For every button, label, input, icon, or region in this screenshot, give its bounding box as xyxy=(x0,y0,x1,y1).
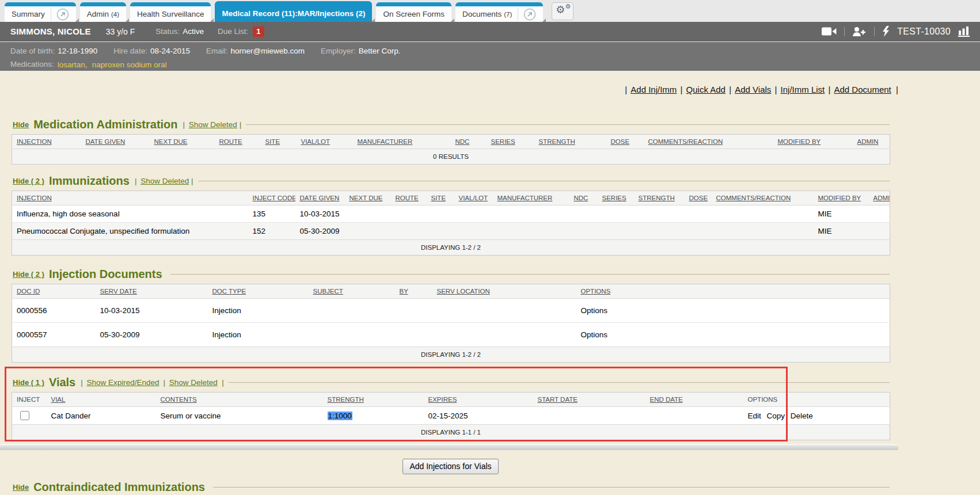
dob-value: 12-18-1990 xyxy=(58,47,97,55)
column-header[interactable]: SERV DATE xyxy=(96,284,208,299)
tab-on-screen-forms[interactable]: On Screen Forms xyxy=(376,2,451,22)
delete-link[interactable]: Delete xyxy=(791,412,813,420)
options-link[interactable]: Options xyxy=(576,299,890,323)
bar-chart-icon[interactable] xyxy=(958,26,970,37)
column-header[interactable]: SERIES xyxy=(487,135,534,149)
column-header[interactable]: SUBJECT xyxy=(309,284,395,299)
hide-vials-link[interactable]: Hide ( 1 ) xyxy=(13,378,44,387)
column-header[interactable]: ADMIN xyxy=(853,135,890,149)
column-header[interactable]: COMMENTS/REACTION xyxy=(712,191,814,205)
video-camera-icon[interactable] xyxy=(822,26,837,36)
column-header[interactable]: NEXT DUE xyxy=(345,191,391,205)
vial-checkbox[interactable] xyxy=(20,411,29,420)
immunization-row[interactable]: Influenza, high dose seasonal 135 10-03-… xyxy=(12,205,890,223)
open-in-new-window-icon[interactable] xyxy=(56,8,69,21)
tab-medical-record[interactable]: Medical Record (11):MAR/Injections (2) xyxy=(215,1,372,22)
tab-summary[interactable]: Summary xyxy=(5,2,76,22)
column-header[interactable]: MANUFACTURER xyxy=(493,191,569,205)
edit-link[interactable]: Edit xyxy=(748,412,761,420)
hide-immunizations-link[interactable]: Hide ( 2 ) xyxy=(13,177,44,185)
column-header[interactable]: SERIES xyxy=(598,191,634,205)
add-document-link[interactable]: Add Document xyxy=(827,85,891,94)
document-row[interactable]: 0000556 10-03-2015 Injection Options xyxy=(12,299,890,323)
cell-serv-date: 10-03-2015 xyxy=(96,299,208,323)
patient-age-sex: 33 y/o F xyxy=(106,27,135,36)
document-row[interactable]: 0000557 05-30-2009 Injection Options xyxy=(12,323,890,347)
table-cell xyxy=(309,299,395,323)
column-header[interactable]: ROUTE xyxy=(391,191,427,205)
column-header[interactable]: ADMIN xyxy=(869,191,890,205)
medication-link[interactable]: naproxen sodium oral xyxy=(92,60,167,69)
column-header[interactable]: END DATE xyxy=(645,393,743,407)
tab-health-surveillance[interactable]: Health Surveillance xyxy=(130,2,211,22)
column-header[interactable]: STRENGTH xyxy=(323,393,424,407)
column-header[interactable]: MODIFIED BY xyxy=(773,135,853,149)
column-header[interactable]: DOSE xyxy=(685,191,712,205)
inj-imm-list-link[interactable]: Inj/Imm List xyxy=(774,85,825,94)
column-header[interactable]: NDC xyxy=(569,191,598,205)
table-cell xyxy=(309,323,395,347)
column-header[interactable]: MANUFACTURER xyxy=(353,135,451,149)
open-in-new-window-icon[interactable] xyxy=(523,8,536,21)
cell-contents: Serum or vaccine xyxy=(156,407,323,425)
column-header[interactable]: START DATE xyxy=(533,393,645,407)
column-header[interactable]: DOSE xyxy=(606,135,644,149)
lightning-bolt-icon[interactable] xyxy=(882,26,890,37)
options-link[interactable]: Options xyxy=(576,323,890,347)
column-header[interactable]: MODIFIED BY xyxy=(814,191,869,205)
column-header[interactable]: DATE GIVEN xyxy=(295,191,345,205)
selected-text: 1:1000 xyxy=(328,412,352,420)
due-list-badge[interactable]: 1 xyxy=(253,26,264,37)
tab-admin-count: (4) xyxy=(111,11,119,18)
table-cell xyxy=(569,205,598,223)
add-injections-for-vials-button[interactable]: Add Injections for Vials xyxy=(402,459,498,474)
column-header[interactable]: NDC xyxy=(451,135,487,149)
column-header[interactable]: SITE xyxy=(261,135,297,149)
hide-medication-administration-link[interactable]: Hide xyxy=(13,120,29,129)
medications-label: Medications: xyxy=(10,60,54,68)
column-header[interactable]: DOC ID xyxy=(12,284,96,299)
show-expired-ended-link[interactable]: Show Expired/Ended xyxy=(79,378,159,387)
show-deleted-link[interactable]: Show Deleted xyxy=(161,378,217,387)
column-header[interactable]: INJECTION xyxy=(12,191,248,205)
column-header[interactable]: ROUTE xyxy=(215,135,261,149)
column-header[interactable]: OPTIONS xyxy=(576,284,890,299)
vial-row[interactable]: Cat Dander Serum or vaccine 1:1000 02-15… xyxy=(12,407,890,425)
column-header[interactable]: VIAL/LOT xyxy=(297,135,353,149)
column-header[interactable]: STRENGTH xyxy=(634,191,685,205)
column-header[interactable]: EXPIRES xyxy=(424,393,533,407)
horizontal-scrollbar[interactable] xyxy=(0,444,898,450)
tab-documents[interactable]: Documents (7) xyxy=(455,2,543,22)
quick-add-link[interactable]: Quick Add xyxy=(679,85,725,94)
hide-injection-documents-link[interactable]: Hide ( 2 ) xyxy=(13,270,44,279)
tab-admin[interactable]: Admin (4) xyxy=(80,2,126,22)
add-inj-imm-link[interactable]: Add Inj/Imm xyxy=(624,85,677,94)
column-header[interactable]: DOC TYPE xyxy=(208,284,309,299)
column-header[interactable]: INJECT CODE xyxy=(248,191,295,205)
column-header[interactable]: INJECTION xyxy=(12,135,81,149)
settings-button[interactable]: ⚙ ⚙ xyxy=(552,2,573,20)
employer-label: Employer: xyxy=(321,47,356,55)
show-deleted-link[interactable]: Show Deleted xyxy=(133,177,189,185)
hire-date-label: Hire date: xyxy=(113,47,147,55)
table-cell xyxy=(395,323,432,347)
column-header[interactable]: NEXT DUE xyxy=(150,135,215,149)
medication-link[interactable]: losartan xyxy=(58,60,90,69)
column-header[interactable]: COMMENTS/REACTION xyxy=(644,135,773,149)
vials-table: INJECT VIAL CONTENTS STRENGTH EXPIRES ST… xyxy=(12,392,890,440)
column-header[interactable]: VIAL/LOT xyxy=(454,191,493,205)
column-header[interactable]: VIAL xyxy=(47,393,156,407)
employer-value: Better Corp. xyxy=(359,47,401,55)
column-header[interactable]: SITE xyxy=(427,191,454,205)
show-deleted-link[interactable]: Show Deleted xyxy=(181,120,237,129)
column-header[interactable]: BY xyxy=(395,284,432,299)
copy-link[interactable]: Copy xyxy=(767,412,785,420)
column-header[interactable]: STRENGTH xyxy=(534,135,606,149)
add-person-icon[interactable] xyxy=(852,26,867,37)
immunization-row[interactable]: Pneumococcal Conjugate, unspecified form… xyxy=(12,223,890,240)
hide-contraindicated-link[interactable]: Hide xyxy=(13,483,29,492)
column-header[interactable]: DATE GIVEN xyxy=(81,135,150,149)
column-header[interactable]: CONTENTS xyxy=(156,393,323,407)
column-header[interactable]: SERV LOCATION xyxy=(432,284,576,299)
add-vials-link[interactable]: Add Vials xyxy=(728,85,771,94)
